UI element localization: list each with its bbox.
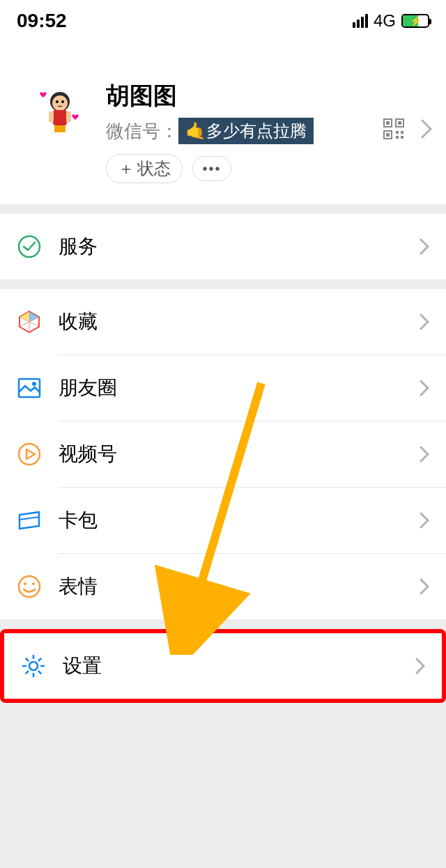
chevron-right-icon bbox=[420, 380, 429, 396]
add-status-button[interactable]: ＋ 状态 bbox=[106, 154, 183, 183]
status-row: ＋ 状态 ••• bbox=[106, 154, 432, 183]
menu-item-moments[interactable]: 朋友圈 bbox=[0, 355, 446, 421]
svg-point-23 bbox=[19, 576, 40, 597]
chevron-right-icon bbox=[420, 512, 429, 529]
stickers-icon bbox=[17, 574, 42, 599]
svg-rect-5 bbox=[54, 125, 66, 132]
menu-label-channels: 视频号 bbox=[59, 441, 420, 467]
chevron-right-icon bbox=[420, 446, 429, 463]
svg-rect-4 bbox=[53, 110, 67, 125]
menu-item-cards[interactable]: 卡包 bbox=[0, 488, 446, 553]
chevron-right-icon bbox=[420, 238, 429, 255]
section-services: 服务 bbox=[0, 214, 446, 279]
avatar[interactable] bbox=[28, 80, 92, 144]
status-label: 状态 bbox=[137, 157, 171, 180]
menu-label-favorites: 收藏 bbox=[59, 309, 420, 335]
more-status-button[interactable]: ••• bbox=[192, 156, 231, 181]
favorites-icon bbox=[17, 309, 42, 334]
signal-icon bbox=[353, 14, 368, 28]
svg-point-21 bbox=[19, 444, 40, 465]
network-label: 4G bbox=[374, 11, 396, 31]
svg-point-20 bbox=[32, 382, 36, 386]
svg-point-1 bbox=[52, 95, 68, 111]
svg-point-25 bbox=[32, 582, 35, 585]
battery-icon: ⚡ bbox=[401, 14, 429, 28]
profile-right-icons bbox=[383, 118, 432, 139]
cards-icon bbox=[17, 508, 42, 533]
menu-item-settings[interactable]: 设置 bbox=[4, 633, 442, 699]
plus-icon: ＋ bbox=[118, 157, 134, 180]
svg-line-33 bbox=[26, 671, 29, 674]
section-settings: 设置 bbox=[0, 629, 446, 703]
svg-rect-15 bbox=[401, 131, 403, 134]
svg-line-31 bbox=[26, 658, 29, 661]
profile-name: 胡图图 bbox=[106, 80, 432, 112]
status-right: 4G ⚡ bbox=[353, 11, 429, 31]
svg-rect-17 bbox=[401, 136, 403, 139]
menu-item-channels[interactable]: 视频号 bbox=[0, 421, 446, 487]
menu-item-services[interactable]: 服务 bbox=[0, 214, 446, 279]
svg-rect-9 bbox=[386, 121, 390, 125]
menu-label-services: 服务 bbox=[59, 233, 420, 260]
chevron-right-icon bbox=[415, 658, 425, 674]
channels-icon bbox=[17, 442, 42, 467]
svg-rect-16 bbox=[396, 136, 399, 139]
svg-rect-11 bbox=[398, 121, 401, 125]
profile-header[interactable]: 胡图图 微信号： 🤙多少有点拉腾 ＋ 状态 ••• bbox=[0, 42, 446, 204]
chevron-right-icon bbox=[420, 313, 429, 330]
avatar-image bbox=[39, 88, 81, 137]
id-prefix: 微信号： bbox=[106, 119, 178, 144]
svg-rect-14 bbox=[396, 131, 399, 134]
menu-label-settings: 设置 bbox=[63, 653, 415, 679]
svg-point-24 bbox=[24, 582, 26, 585]
menu-label-moments: 朋友圈 bbox=[59, 375, 420, 401]
svg-line-34 bbox=[38, 658, 41, 661]
menu-label-cards: 卡包 bbox=[59, 507, 420, 534]
status-time: 09:52 bbox=[17, 10, 67, 32]
svg-rect-7 bbox=[66, 111, 71, 123]
svg-rect-6 bbox=[49, 111, 54, 123]
services-icon bbox=[17, 234, 42, 259]
chevron-right-icon bbox=[420, 578, 429, 595]
status-bar: 09:52 4G ⚡ bbox=[0, 0, 446, 42]
svg-point-3 bbox=[61, 100, 64, 103]
menu-item-stickers[interactable]: 表情 bbox=[0, 554, 446, 619]
moments-icon bbox=[17, 375, 42, 401]
menu-item-favorites[interactable]: 收藏 bbox=[0, 289, 446, 355]
svg-point-26 bbox=[29, 662, 38, 670]
chevron-right-icon bbox=[421, 119, 432, 139]
svg-point-18 bbox=[19, 236, 40, 257]
svg-rect-13 bbox=[386, 133, 390, 137]
svg-point-2 bbox=[56, 100, 59, 103]
id-tag: 🤙多少有点拉腾 bbox=[178, 118, 314, 144]
svg-line-22 bbox=[20, 517, 39, 520]
ellipsis-icon: ••• bbox=[202, 161, 221, 177]
settings-icon bbox=[21, 653, 46, 679]
menu-label-stickers: 表情 bbox=[59, 573, 420, 600]
qr-code-icon[interactable] bbox=[383, 118, 404, 139]
section-features: 收藏 朋友圈 视频号 bbox=[0, 289, 446, 619]
svg-line-32 bbox=[38, 671, 41, 674]
